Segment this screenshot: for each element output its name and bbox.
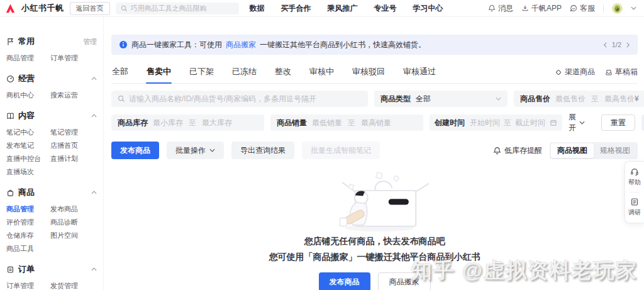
avatar[interactable] [612, 3, 623, 14]
bag-icon [6, 189, 14, 197]
chevron-up-icon[interactable] [91, 114, 97, 118]
inbox-icon [605, 69, 613, 76]
publish-product-button[interactable]: 发布商品 [111, 142, 159, 159]
sidebar-item-note-center[interactable]: 笔记中心 [6, 128, 44, 136]
sidebar-section-content-header[interactable]: 内容 [6, 110, 97, 121]
keyword-search-box[interactable] [111, 91, 368, 107]
banner-text-suffix: 一键搬迁其他平台商品到小红书，快速高效铺货。 [260, 40, 426, 50]
currency-symbol: ¥ [635, 94, 639, 103]
channel-products-button[interactable]: 渠道商品 [555, 67, 595, 77]
topbar-search-input[interactable] [131, 4, 234, 12]
chevron-down-icon [579, 121, 585, 125]
product-view-option[interactable]: 商品视图 [551, 143, 594, 158]
sidebar-section-content: 内容 笔记中心 笔记管理 发布笔记 店播首页 直播中控台 直播计划 直播场次 [6, 110, 97, 176]
export-results-button[interactable]: 导出查询结果 [231, 142, 294, 159]
chat-icon [570, 4, 577, 12]
nav-data[interactable]: 数据 [250, 3, 265, 14]
draftbox-button[interactable]: 草稿箱 [605, 67, 638, 77]
empty-publish-button[interactable]: 发布商品 [319, 272, 370, 290]
sidebar-item-publish-note[interactable]: 发布笔记 [6, 142, 44, 149]
sales-max-input[interactable]: 最高销量 [361, 118, 391, 128]
empty-move-button[interactable]: 商品搬家 [378, 272, 431, 290]
date-start-input[interactable]: 开始时间 [470, 118, 500, 128]
tab-frozen[interactable]: 已冻结 [231, 62, 257, 83]
tab-rejected[interactable]: 审核驳回 [352, 62, 386, 83]
manage-link[interactable]: 管理 [83, 37, 97, 47]
sidebar-item-warehouse-stock[interactable]: 仓储库存 [6, 231, 44, 239]
banner-pager: 1/2 [603, 41, 630, 48]
product-type-select[interactable]: 商品类型 全部 [374, 91, 508, 107]
sidebar-item-product-tools[interactable]: 商品工具 [6, 245, 44, 252]
sidebar-item-product-diagnosis[interactable]: 商品诊断 [50, 218, 97, 226]
topbar: 小红书千帆 返回首页 数据 买手合作 乘风推广 专业号 学习中心 消息 [0, 0, 644, 17]
headset-icon [630, 167, 639, 176]
sidebar-item-product-manage[interactable]: 商品管理 [6, 205, 44, 213]
sidebar-item-store-live-home[interactable]: 店播首页 [50, 142, 97, 149]
chevron-up-icon[interactable] [91, 191, 97, 194]
customer-service-button[interactable]: 客服 [570, 3, 595, 14]
sidebar-section-order: 订单 订单管理 发货管理 电子面单 打单发货 [6, 264, 97, 290]
flag-icon [6, 38, 14, 46]
sidebar-item-live-plan[interactable]: 直播计划 [50, 155, 97, 162]
reset-button[interactable]: 重置 [601, 114, 635, 131]
price-max-input[interactable]: 最高售价 [604, 94, 635, 104]
sidebar-section-order-header[interactable]: 订单 [6, 264, 97, 275]
account-chevron-down-icon[interactable] [631, 6, 636, 10]
stock-min-input[interactable]: 最小库存 [153, 118, 183, 128]
sidebar-item-order-manage-quick[interactable]: 订单管理 [50, 54, 97, 62]
nav-promotion[interactable]: 乘风推广 [328, 3, 358, 14]
sidebar-section-common-header[interactable]: 常用 管理 [6, 36, 97, 47]
help-button[interactable]: 帮助 [628, 167, 641, 187]
batch-actions-button[interactable]: 批量操作 [167, 142, 224, 159]
clipboard-icon [6, 265, 14, 274]
nav-learning[interactable]: 学习中心 [413, 3, 443, 14]
chevron-up-icon[interactable] [91, 267, 97, 271]
sidebar-item-search-ops[interactable]: 搜索运营 [50, 91, 97, 99]
search-button[interactable]: 搜索 [641, 114, 644, 131]
pager-next-icon[interactable] [626, 42, 630, 48]
top-nav: 数据 买手合作 乘风推广 专业号 学习中心 [250, 3, 443, 14]
app-download-button[interactable]: 千帆APP [521, 3, 562, 14]
tab-selling[interactable]: 售卖中 [146, 62, 172, 83]
sidebar-item-publish-product[interactable]: 发布商品 [50, 205, 97, 213]
topbar-right: 消息 千帆APP 客服 [488, 3, 636, 14]
tab-reviewing[interactable]: 审核中 [309, 62, 335, 83]
survey-button[interactable]: 调研 [628, 198, 641, 217]
back-home-button[interactable]: 返回首页 [70, 2, 110, 15]
chevron-up-icon[interactable] [91, 77, 97, 81]
search-icon [118, 95, 125, 103]
bell-icon [488, 4, 496, 12]
sidebar-item-note-manage[interactable]: 笔记管理 [50, 128, 97, 136]
tab-delisted[interactable]: 已下架 [189, 62, 214, 83]
pager-prev-icon[interactable] [603, 42, 608, 48]
sidebar-section-business-header[interactable]: 经营 [6, 73, 97, 84]
sidebar-item-live-console[interactable]: 直播中控台 [6, 155, 44, 162]
nav-pro-account[interactable]: 专业号 [374, 3, 397, 14]
keyword-input[interactable] [129, 94, 362, 103]
sidebar-item-order-manage[interactable]: 订单管理 [6, 282, 44, 289]
topbar-search[interactable] [116, 3, 239, 14]
date-end-input[interactable]: 截止时间 [515, 118, 545, 128]
sidebar-item-shipping-manage[interactable]: 发货管理 [50, 282, 97, 289]
tab-rectify[interactable]: 整改 [274, 62, 292, 83]
expand-filters-button[interactable]: 展开 [569, 112, 585, 133]
sidebar-item-image-space[interactable]: 图片空间 [50, 231, 97, 239]
price-min-input[interactable]: 最低售价 [555, 94, 586, 104]
low-stock-alert-button[interactable]: 低库存提醒 [493, 145, 542, 156]
sales-min-input[interactable]: 最低销量 [312, 118, 342, 128]
sidebar-item-live-sessions[interactable]: 直播场次 [6, 168, 44, 176]
messages-button[interactable]: 消息 [488, 3, 513, 14]
app-window: 小红书千帆 返回首页 数据 买手合作 乘风推广 专业号 学习中心 消息 [0, 0, 644, 290]
tab-approved[interactable]: 审核通过 [402, 62, 436, 83]
tab-all[interactable]: 全部 [111, 62, 129, 83]
sidebar-item-review-manage[interactable]: 评价管理 [6, 218, 44, 226]
banner-move-link[interactable]: 商品搬家 [226, 40, 256, 50]
stock-max-input[interactable]: 最大库存 [202, 118, 232, 128]
nav-buyer-coop[interactable]: 买手合作 [281, 3, 311, 14]
sidebar-section-product-header[interactable]: 商品 [6, 187, 97, 198]
sidebar-item-product-manage-quick[interactable]: 商品管理 [6, 54, 44, 62]
calendar-icon[interactable] [550, 119, 557, 126]
sidebar-item-opportunity-center[interactable]: 商机中心 [6, 91, 44, 99]
spec-view-option[interactable]: 规格视图 [594, 143, 636, 158]
status-tabs: 全部 售卖中 已下架 已冻结 整改 审核中 审核驳回 审核通过 渠道商品 [111, 62, 638, 84]
